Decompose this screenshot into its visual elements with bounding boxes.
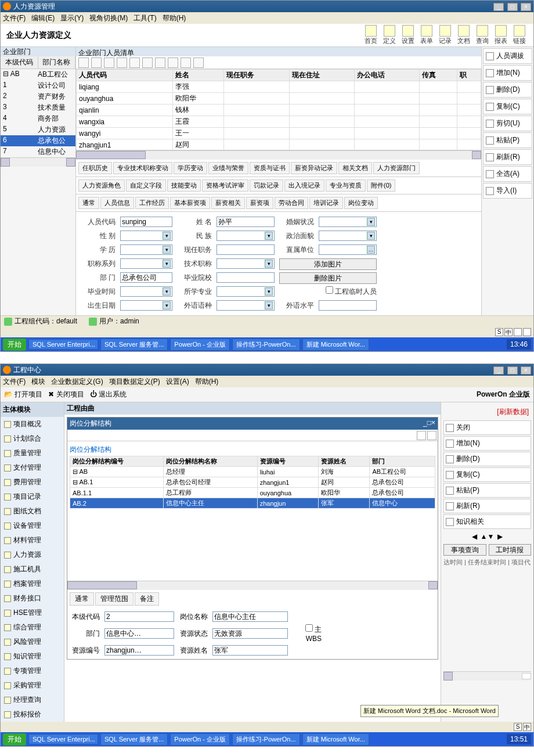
tab[interactable]: 罚款记录 [250, 179, 283, 192]
column-header[interactable]: 资源姓名 [319, 456, 370, 467]
ellipsis-icon[interactable]: … [134, 629, 141, 638]
tab[interactable]: 通常 [70, 592, 94, 606]
tab[interactable]: 管理范围 [95, 592, 134, 606]
sidebar-item[interactable]: 知识管理 [1, 649, 64, 664]
tab[interactable]: 人力资源角色 [78, 179, 125, 192]
tab[interactable]: 任职历史 [78, 162, 112, 174]
del-image-button[interactable]: 删除图片 [279, 272, 377, 284]
chevron-down-icon[interactable]: ▾ [265, 287, 273, 296]
fld-code[interactable]: sunping [120, 217, 172, 227]
action-button[interactable]: 粘贴(P) [483, 132, 532, 148]
sidebar-item[interactable]: 材料管理 [1, 533, 64, 548]
tab[interactable]: 通常 [78, 197, 99, 209]
tab[interactable]: 资格考试评审 [202, 179, 248, 192]
arrow-left-icon[interactable]: ◀ [472, 532, 477, 541]
sidebar-item[interactable]: 档案管理 [1, 577, 64, 591]
save-icon[interactable] [155, 57, 165, 68]
tab[interactable]: 薪资项 [246, 197, 273, 209]
fld-posname[interactable]: 信息中心主任 [212, 611, 288, 622]
sidebar-item[interactable]: 专项管理 [1, 664, 64, 678]
taskbar-button[interactable]: 新建 Microsoft Wor... [302, 339, 369, 351]
tree-row[interactable]: 4商务部 [1, 113, 75, 124]
ellipsis-icon[interactable]: … [367, 246, 375, 254]
fld-position[interactable] [217, 244, 275, 255]
column-header[interactable]: 岗位分解结构名称 [164, 456, 257, 467]
grid-scrollbar[interactable] [67, 581, 438, 590]
sidebar-item[interactable]: 人力资源 [1, 548, 64, 562]
ime-icon[interactable] [514, 328, 522, 336]
fld-political[interactable]: ▾ [319, 231, 377, 241]
sidebar-item[interactable]: 支付管理 [1, 460, 64, 475]
tb-doc[interactable]: 文档 [456, 25, 472, 45]
menu-file[interactable]: 文件(F) [3, 377, 26, 387]
fld-resname[interactable]: 张军 [212, 645, 288, 656]
chevron-down-icon[interactable]: ▾ [163, 260, 171, 268]
tb-report[interactable]: 报表 [493, 25, 509, 45]
taskbar-button[interactable]: SQL Server Enterpri... [28, 339, 98, 350]
tab[interactable]: 自定义字段 [126, 179, 166, 192]
tb-form[interactable]: 表单 [418, 25, 435, 45]
tab[interactable]: 技能变动 [167, 179, 201, 192]
tool-icon[interactable] [91, 57, 102, 68]
action-button[interactable]: 剪切(U) [483, 116, 532, 131]
fld-langlvl[interactable] [319, 300, 377, 311]
menu-help[interactable]: 帮助(H) [163, 13, 186, 23]
fld-school[interactable] [217, 272, 275, 283]
sidebar-item[interactable]: 经理查询 [1, 693, 64, 707]
tab[interactable]: 薪资相关 [211, 197, 245, 209]
tab[interactable]: 专业与资质 [326, 179, 366, 192]
tab[interactable]: 附件(0) [367, 179, 395, 192]
start-button[interactable]: 开始 [3, 733, 26, 746]
sidebar-item[interactable]: 费用管理 [1, 475, 64, 489]
sidebar-item[interactable]: 投标报价 [1, 707, 64, 722]
tab[interactable]: 资质与证书 [250, 162, 290, 174]
tool-icon[interactable] [168, 57, 178, 68]
tab[interactable]: 工作经历 [135, 197, 169, 209]
column-header[interactable]: 姓名 [172, 70, 224, 81]
menu-file[interactable]: 文件(F) [3, 13, 26, 23]
table-row[interactable]: AB.2信息中心主任zhangjun张军信息中心 [70, 498, 435, 509]
tb-link[interactable]: 链接 [511, 25, 528, 45]
fld-birth[interactable]: ▾ [120, 300, 172, 311]
taskbar-button[interactable]: PowerOn - 企业版 [170, 339, 230, 351]
tree-row[interactable]: 6总承包公 [1, 135, 75, 146]
tool-icon[interactable] [78, 57, 89, 68]
table-row[interactable]: qianlin钱林 [77, 105, 481, 116]
tab[interactable]: 培训记录 [309, 197, 343, 209]
tab[interactable]: 劳动合同 [275, 197, 308, 209]
table-row[interactable]: zhangjun1赵同 [77, 139, 481, 151]
taskbar-button[interactable]: PowerOn - 企业版 [170, 733, 230, 746]
action-button[interactable]: 删除(D) [443, 452, 531, 466]
fld-gender[interactable]: ▾ [120, 231, 172, 241]
start-button[interactable]: 开始 [3, 339, 26, 351]
tool-icon[interactable] [104, 57, 114, 68]
minimize-button[interactable]: _ [493, 366, 504, 375]
preview-icon[interactable] [181, 57, 191, 68]
action-button[interactable]: 关闭 [443, 420, 531, 435]
open-icon[interactable] [142, 57, 153, 68]
action-button[interactable]: 刷新(R) [483, 149, 532, 165]
tab[interactable]: 薪资异动记录 [291, 162, 337, 174]
sidebar-item[interactable]: 综合管理 [1, 620, 64, 635]
taskbar-button[interactable]: 新建 Microsoft Wor... [302, 733, 369, 746]
action-button[interactable]: 删除(D) [483, 82, 532, 98]
tree-row[interactable]: 3技术质量 [1, 102, 75, 113]
action-button[interactable]: 人员调拔 [483, 48, 532, 64]
col-name[interactable]: 部门名称 [38, 56, 76, 69]
sidebar-item[interactable]: 项目概况 [1, 417, 64, 431]
action-button[interactable]: 刷新(R) [443, 499, 531, 513]
sidebar-item[interactable]: 质量管理 [1, 446, 64, 460]
left-scrollbar[interactable] [1, 157, 75, 167]
minimize-button[interactable]: _ [493, 3, 504, 11]
fld-resid[interactable]: zhangjun… [104, 645, 174, 656]
action-button[interactable]: 增加(N) [443, 436, 531, 451]
fld-ethnic[interactable]: ▾ [217, 231, 275, 241]
menu-view[interactable]: 视角切换(M) [89, 13, 128, 23]
menu-project-data[interactable]: 项目数据定义(P) [109, 377, 160, 387]
sidebar-item[interactable]: 采购管理 [1, 678, 64, 693]
tb-record[interactable]: 记录 [437, 25, 453, 45]
chevron-down-icon[interactable]: ▾ [367, 218, 375, 226]
action-button[interactable]: 全选(A) [483, 166, 532, 182]
menu-help[interactable]: 帮助(H) [195, 377, 219, 387]
menu-tools[interactable]: 工具(T) [134, 13, 156, 23]
